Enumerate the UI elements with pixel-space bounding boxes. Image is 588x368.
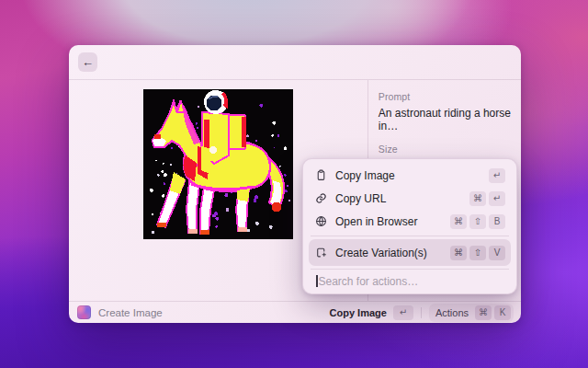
globe-icon (314, 215, 327, 228)
k-key-badge: K (494, 305, 511, 320)
shift-key-badge: ⇧ (469, 214, 486, 229)
actions-button[interactable]: Actions ⌘ K (429, 304, 514, 322)
cmd-key-badge: ⌘ (469, 191, 486, 206)
status-bar-separator (421, 307, 422, 318)
return-key-badge: ↵ (393, 305, 413, 320)
menu-item-copy-url[interactable]: Copy URL ⌘ ↵ (309, 187, 511, 210)
create-image-app-icon (77, 305, 91, 319)
cmd-key-badge: ⌘ (450, 214, 467, 229)
menu-item-label: Copy Image (335, 169, 395, 182)
menu-item-open-in-browser[interactable]: Open in Browser ⌘ ⇧ B (309, 210, 511, 233)
primary-action-button[interactable]: Copy Image (330, 307, 387, 318)
cmd-key-badge: ⌘ (475, 305, 492, 320)
text-caret (316, 275, 318, 287)
status-bar: Create Image Copy Image ↵ Actions ⌘ K (69, 301, 521, 323)
back-button[interactable]: ← (78, 52, 97, 72)
status-bar-right: Copy Image ↵ Actions ⌘ K (330, 304, 514, 322)
shift-key-badge: ⇧ (469, 246, 486, 260)
menu-item-copy-image[interactable]: Copy Image ↵ (309, 164, 511, 187)
menu-item-shortcut: ⌘ ⇧ V (450, 246, 505, 260)
size-label: Size (379, 144, 512, 155)
menu-divider (311, 236, 509, 236)
menu-item-label: Open in Browser (335, 215, 417, 228)
arrow-left-icon: ← (82, 56, 94, 68)
window-header: ← (69, 45, 521, 80)
link-icon (314, 192, 327, 205)
clipboard-icon (314, 169, 327, 182)
actions-search-row (309, 272, 511, 290)
prompt-label: Prompt (379, 91, 512, 102)
actions-popover: Copy Image ↵ Copy URL ⌘ ↵ Open in Browse… (302, 158, 517, 294)
menu-item-label: Copy URL (335, 192, 386, 205)
prompt-group: Prompt An astronaut riding a horse in… (379, 91, 512, 132)
desktop-wallpaper: ← (0, 0, 588, 368)
menu-item-shortcut: ↵ (489, 168, 505, 183)
menu-item-label: Create Variation(s) (335, 247, 427, 259)
menu-item-create-variations[interactable]: Create Variation(s) ⌘ ⇧ V (309, 239, 511, 266)
astronaut-horse-art (143, 89, 293, 239)
cmd-key-badge: ⌘ (450, 246, 467, 260)
prompt-value: An astronaut riding a horse in… (379, 107, 512, 132)
v-key-badge: V (489, 246, 505, 260)
b-key-badge: B (489, 214, 505, 229)
generated-image[interactable] (143, 89, 293, 239)
create-variation-icon (314, 247, 327, 259)
return-key-badge: ↵ (489, 191, 505, 206)
menu-item-shortcut: ⌘ ⇧ B (450, 214, 505, 229)
return-key-badge: ↵ (489, 168, 505, 183)
menu-divider (311, 269, 509, 270)
menu-item-shortcut: ⌘ ↵ (469, 191, 505, 206)
actions-search-input[interactable] (319, 275, 504, 288)
actions-label: Actions (435, 307, 469, 318)
command-name: Create Image (98, 307, 163, 318)
